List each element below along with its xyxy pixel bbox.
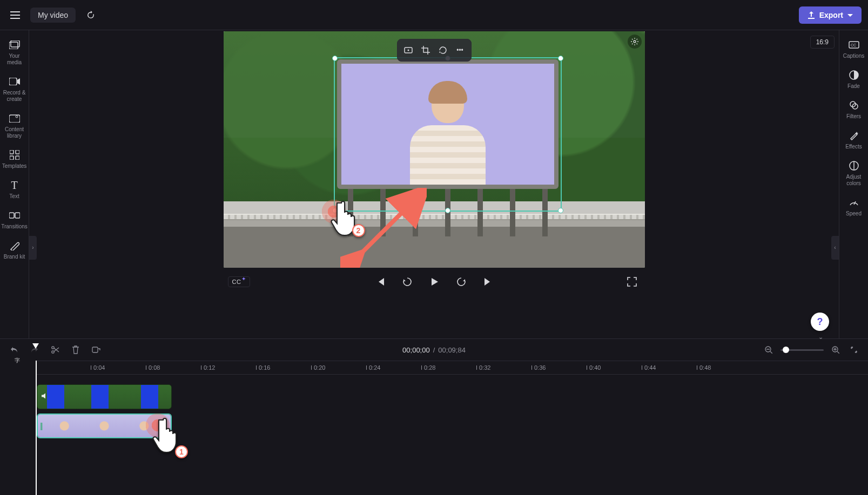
sidebar-item-record-create[interactable]: Record & create bbox=[0, 72, 29, 106]
player-controls: CC✦ bbox=[224, 268, 645, 296]
svg-rect-5 bbox=[9, 78, 17, 85]
templates-icon bbox=[9, 149, 21, 161]
sidebar-item-speed[interactable]: Speed bbox=[839, 193, 868, 220]
zoom-out-icon[interactable] bbox=[762, 343, 775, 356]
sidebar-item-content-library[interactable]: Content library bbox=[0, 109, 29, 143]
forward-icon[interactable] bbox=[453, 273, 470, 290]
sidebar-item-effects[interactable]: Effects bbox=[839, 126, 868, 153]
svg-rect-2 bbox=[10, 18, 20, 19]
filters-icon bbox=[848, 99, 860, 111]
svg-point-16 bbox=[407, 50, 409, 51]
track-1[interactable] bbox=[36, 384, 868, 409]
media-icon bbox=[9, 39, 21, 51]
expand-right-panel[interactable]: ‹ bbox=[831, 236, 839, 260]
sidebar-item-templates[interactable]: Templates bbox=[0, 146, 29, 173]
ruler-tick: 0:32 bbox=[476, 361, 490, 374]
skip-forward-icon[interactable] bbox=[480, 273, 497, 290]
rewind-icon[interactable] bbox=[399, 273, 416, 290]
export-label: Export bbox=[819, 11, 843, 19]
svg-rect-1 bbox=[10, 15, 20, 16]
captions-button[interactable]: CC✦ bbox=[228, 276, 250, 287]
library-icon bbox=[9, 112, 21, 124]
svg-rect-27 bbox=[92, 347, 98, 352]
zoom-fit-icon[interactable] bbox=[847, 343, 860, 356]
sidebar-item-fade[interactable]: Fade bbox=[839, 66, 868, 93]
ruler-tick: 0:44 bbox=[642, 361, 656, 374]
ruler-tick: 0:24 bbox=[366, 361, 380, 374]
brandkit-icon bbox=[9, 240, 21, 252]
sidebar-item-filters[interactable]: Filters bbox=[839, 96, 868, 123]
sidebar-label: Content library bbox=[1, 126, 28, 139]
clip-background[interactable] bbox=[37, 384, 172, 409]
ruler-tick: 0:48 bbox=[697, 361, 711, 374]
scissors-icon[interactable] bbox=[49, 343, 62, 356]
captions-icon: CC bbox=[848, 39, 860, 51]
project-name[interactable]: My video bbox=[30, 8, 76, 23]
aspect-ratio-button[interactable]: 16:9 bbox=[810, 36, 835, 49]
fullscreen-icon[interactable] bbox=[623, 273, 641, 290]
sidebar-item-transitions[interactable]: Transitions bbox=[0, 206, 29, 233]
split-icon[interactable] bbox=[90, 343, 103, 356]
sidebar-label: Filters bbox=[846, 113, 861, 120]
track-2[interactable]: || 1 bbox=[36, 413, 868, 438]
crop-icon[interactable] bbox=[418, 43, 433, 58]
grip-icon[interactable]: || bbox=[40, 422, 42, 430]
sidebar-item-your-media[interactable]: Your media bbox=[0, 36, 29, 69]
sidebar-item-captions[interactable]: CC Captions bbox=[839, 36, 868, 63]
gear-icon[interactable] bbox=[628, 35, 642, 49]
person-graphic bbox=[405, 85, 491, 189]
svg-rect-8 bbox=[10, 150, 14, 154]
transitions-icon bbox=[9, 209, 21, 221]
pip-icon[interactable] bbox=[435, 43, 450, 58]
zoom-slider[interactable] bbox=[780, 349, 824, 351]
timeline-tracks[interactable]: || 1 bbox=[36, 375, 868, 495]
svg-rect-9 bbox=[16, 150, 19, 154]
play-icon[interactable] bbox=[426, 273, 443, 290]
ruler-tick: 0:08 bbox=[146, 361, 160, 374]
ruler-tick: 0:36 bbox=[531, 361, 546, 374]
current-time: 00;00;00 bbox=[402, 346, 430, 354]
effects-icon bbox=[848, 130, 860, 141]
timecode: 00;00;00 / 00;09;84 bbox=[402, 346, 466, 354]
skip-back-icon[interactable] bbox=[372, 273, 389, 290]
record-icon bbox=[9, 76, 21, 87]
ruler-tick: 0:04 bbox=[91, 361, 105, 374]
fit-icon[interactable] bbox=[401, 43, 416, 58]
expand-left-panel[interactable]: › bbox=[29, 236, 37, 260]
ruler-tick: 0:16 bbox=[256, 361, 270, 374]
fade-icon bbox=[848, 69, 860, 81]
annotation-hand-1: 1 bbox=[151, 416, 184, 457]
video-canvas[interactable]: ••• 2 bbox=[224, 31, 645, 268]
sidebar-label: Record & create bbox=[1, 90, 28, 103]
ruler-tick: 0:40 bbox=[587, 361, 601, 374]
sidebar-item-text[interactable]: T Text bbox=[0, 176, 29, 203]
speed-icon bbox=[848, 196, 860, 208]
more-icon[interactable]: ••• bbox=[453, 43, 468, 58]
svg-rect-13 bbox=[15, 213, 20, 218]
svg-point-25 bbox=[52, 347, 54, 349]
sidebar-label: Fade bbox=[847, 83, 860, 90]
refresh-icon[interactable] bbox=[82, 6, 99, 24]
sidebar-item-adjust-colors[interactable]: Adjust colors bbox=[839, 157, 868, 190]
stage: 16:9 bbox=[29, 30, 839, 338]
svg-rect-6 bbox=[9, 115, 20, 123]
sidebar-label: Captions bbox=[843, 53, 864, 59]
svg-rect-0 bbox=[10, 11, 20, 12]
adjust-icon bbox=[848, 160, 860, 172]
zoom-in-icon[interactable] bbox=[829, 343, 842, 356]
sidebar-label: Effects bbox=[845, 144, 862, 150]
svg-rect-11 bbox=[16, 156, 19, 160]
sidebar-item-brand-kit[interactable]: Brand kit bbox=[0, 236, 29, 263]
export-button[interactable]: Export bbox=[799, 6, 862, 24]
undo-icon[interactable] bbox=[8, 343, 21, 356]
svg-rect-12 bbox=[9, 213, 14, 218]
trash-icon[interactable] bbox=[69, 343, 82, 356]
timeline-ruler[interactable]: 0:040:080:120:160:200:240:280:320:360:40… bbox=[36, 361, 868, 375]
zoom-thumb[interactable] bbox=[783, 347, 789, 353]
menu-button[interactable] bbox=[6, 6, 24, 24]
ruler-tick: 0:20 bbox=[311, 361, 325, 374]
overlay-clip[interactable] bbox=[337, 59, 559, 189]
sidebar-label: Your media bbox=[1, 53, 28, 66]
help-button[interactable]: ? bbox=[811, 313, 829, 331]
ruler-tick: 0:12 bbox=[201, 361, 215, 374]
